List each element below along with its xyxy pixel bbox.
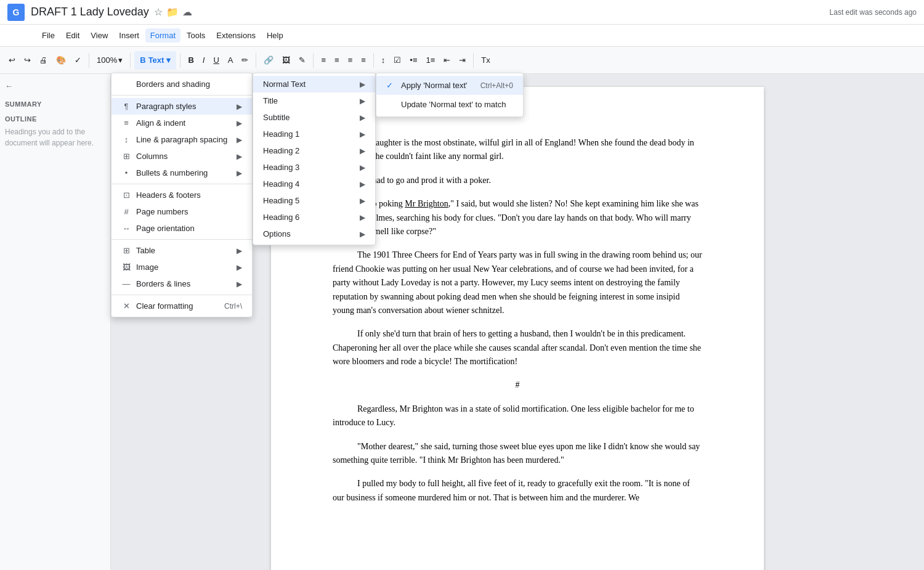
sidebar-back-button[interactable]: ← <box>5 81 105 91</box>
align-center-button[interactable]: ≡ <box>331 53 343 67</box>
para-subtitle[interactable]: Subtitle ▶ <box>253 109 375 126</box>
zoom-value: 100% <box>97 55 117 65</box>
image-arrow: ▶ <box>237 263 242 272</box>
zoom-control[interactable]: 100% ▾ <box>93 54 126 66</box>
format-align-indent[interactable]: ≡ Align & indent ▶ <box>111 115 252 131</box>
app-icon: G <box>7 4 25 21</box>
numbered-list-button[interactable]: 1≡ <box>423 53 439 67</box>
paragraph-1: My daughter is the most obstinate, wilfu… <box>333 136 702 164</box>
paragraph-5: If only she'd turn that brain of hers to… <box>333 327 702 368</box>
para-options[interactable]: Options ▶ <box>253 226 375 242</box>
format-headers-footers[interactable]: ⊡ Headers & footers <box>111 187 252 203</box>
para-heading6[interactable]: Heading 6 ▶ <box>253 209 375 226</box>
para-heading4[interactable]: Heading 4 ▶ <box>253 176 375 192</box>
align-indent-label: Align & indent <box>136 118 185 128</box>
folder-icon[interactable]: 📁 <box>166 6 179 18</box>
format-borders-shading[interactable]: Borders and shading <box>111 76 252 92</box>
bullets-arrow: ▶ <box>237 169 242 177</box>
paragraph-styles-arrow: ▶ <box>237 102 242 111</box>
apply-normal-label: Apply 'Normal text' <box>401 81 468 90</box>
separator-3 <box>180 53 180 68</box>
bullet-list-button[interactable]: •≡ <box>406 53 421 67</box>
zoom-arrow: ▾ <box>118 55 123 65</box>
heading5-label: Heading 5 <box>263 196 299 205</box>
align-arrow: ▶ <box>237 119 242 128</box>
apply-normal-shortcut: Ctrl+Alt+0 <box>480 81 513 90</box>
toolbar: ↩ ↪ 🖨 🎨 ✓ 100% ▾ B Text ▾ B I U A ✏ 🔗 🖼 … <box>0 47 924 74</box>
align-left-button[interactable]: ≡ <box>317 53 330 67</box>
line-spacing-button[interactable]: ↕ <box>378 53 389 67</box>
clear-icon: ✕ <box>121 301 131 311</box>
separator-bottom <box>111 295 252 295</box>
clear-formatting-label: Clear formatting <box>136 301 193 311</box>
title-label: Title <box>263 96 278 105</box>
cloud-icon[interactable]: ☁ <box>182 6 192 18</box>
format-clear-formatting[interactable]: ✕ Clear formatting Ctrl+\ <box>111 298 252 314</box>
menu-help[interactable]: Help <box>262 28 288 43</box>
redo-button[interactable]: ↪ <box>20 53 34 67</box>
menu-format[interactable]: Format <box>145 28 180 43</box>
italic-button[interactable]: I <box>199 53 209 67</box>
align-right-button[interactable]: ≡ <box>344 53 357 67</box>
check-icon: ✓ <box>386 81 399 90</box>
font-color-button[interactable]: A <box>224 53 237 67</box>
format-table[interactable]: ⊞ Table ▶ <box>111 242 252 259</box>
para-title[interactable]: Title ▶ <box>253 92 375 109</box>
decrease-indent-button[interactable]: ⇤ <box>440 53 454 67</box>
para-heading2[interactable]: Heading 2 ▶ <box>253 142 375 159</box>
borders-lines-arrow: ▶ <box>237 280 242 288</box>
highlight-button[interactable]: ✏ <box>238 53 252 67</box>
format-paragraph-styles[interactable]: ¶ Paragraph styles ▶ <box>111 98 252 115</box>
menu-edit[interactable]: Edit <box>61 28 84 43</box>
star-icon[interactable]: ☆ <box>154 6 163 18</box>
image-label: Image <box>136 263 158 272</box>
justify-button[interactable]: ≡ <box>357 53 370 67</box>
para-heading1[interactable]: Heading 1 ▶ <box>253 126 375 142</box>
paragraph-styles-submenu: Normal Text ▶ Title ▶ Subtitle ▶ Heading… <box>253 73 376 245</box>
outline-section: OUTLINE Headings you add to the document… <box>5 115 105 149</box>
format-page-numbers[interactable]: # Page numbers <box>111 203 252 220</box>
menu-insert[interactable]: Insert <box>114 28 144 43</box>
increase-indent-button[interactable]: ⇥ <box>455 53 469 67</box>
para-normal-text[interactable]: Normal Text ▶ <box>253 76 375 92</box>
clear-formatting-button[interactable]: Tx <box>477 53 493 67</box>
summary-label: SUMMARY <box>5 100 105 108</box>
paint-format-button[interactable]: 🎨 <box>52 53 70 67</box>
paragraph-3: "Stop poking Mr Brighton," I said, but w… <box>333 197 702 238</box>
format-image[interactable]: 🖼 Image ▶ <box>111 259 252 275</box>
bold-button[interactable]: B <box>184 53 197 67</box>
format-line-spacing[interactable]: ↕ Line & paragraph spacing ▶ <box>111 131 252 148</box>
link-button[interactable]: 🔗 <box>260 53 277 67</box>
back-arrow-icon: ← <box>5 81 13 91</box>
print-button[interactable]: 🖨 <box>36 53 51 67</box>
menu-view[interactable]: View <box>86 28 113 43</box>
line-spacing-icon: ↕ <box>121 135 131 144</box>
checklist-button[interactable]: ☑ <box>390 53 405 67</box>
menu-file[interactable]: File <box>37 28 60 43</box>
format-columns[interactable]: ⊞ Columns ▶ <box>111 148 252 165</box>
format-menu: Borders and shading ¶ Paragraph styles ▶… <box>111 73 253 317</box>
menu-tools[interactable]: Tools <box>182 28 210 43</box>
text-style-selector[interactable]: B Text ▾ <box>134 51 176 70</box>
table-arrow: ▶ <box>237 246 242 255</box>
drawing-button[interactable]: ✎ <box>295 53 309 67</box>
underline-button[interactable]: U <box>209 53 222 67</box>
heading3-label: Heading 3 <box>263 163 299 172</box>
format-page-orientation[interactable]: ↔ Page orientation <box>111 220 252 237</box>
spell-check-button[interactable]: ✓ <box>71 53 85 67</box>
document-title[interactable]: DRAFT 1 Lady Loveday <box>31 6 149 18</box>
headers-footers-label: Headers & footers <box>136 190 201 200</box>
image-button[interactable]: 🖼 <box>278 53 294 67</box>
undo-button[interactable]: ↩ <box>5 53 19 67</box>
format-bullets[interactable]: • Bullets & numbering ▶ <box>111 165 252 181</box>
text-style-label: Text <box>148 55 164 65</box>
heading1-label: Heading 1 <box>263 129 299 139</box>
para-heading3[interactable]: Heading 3 ▶ <box>253 159 375 176</box>
title-bar: G DRAFT 1 Lady Loveday ☆ 📁 ☁ Last edit w… <box>0 0 924 25</box>
separator-4 <box>256 53 256 68</box>
menu-extensions[interactable]: Extensions <box>211 28 261 43</box>
update-normal-text[interactable]: Update 'Normal text' to match <box>376 95 523 114</box>
para-heading5[interactable]: Heading 5 ▶ <box>253 192 375 209</box>
apply-normal-text[interactable]: ✓ Apply 'Normal text' Ctrl+Alt+0 <box>376 76 523 95</box>
format-borders-lines[interactable]: — Borders & lines ▶ <box>111 275 252 292</box>
